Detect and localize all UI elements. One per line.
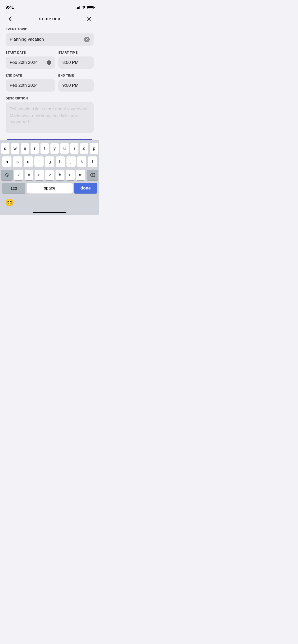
key-r[interactable]: r bbox=[31, 143, 39, 154]
keyboard-row-1: q w e r t y u i o p bbox=[1, 143, 98, 154]
key-z[interactable]: z bbox=[14, 170, 23, 180]
event-topic-input[interactable] bbox=[10, 37, 84, 42]
back-button[interactable] bbox=[6, 14, 15, 23]
start-time-input[interactable]: 8:00 PM bbox=[58, 56, 94, 69]
key-e[interactable]: e bbox=[21, 143, 29, 154]
key-a[interactable]: a bbox=[2, 156, 11, 167]
key-v[interactable]: v bbox=[45, 170, 54, 180]
key-q[interactable]: q bbox=[1, 143, 9, 154]
close-button[interactable] bbox=[85, 14, 94, 23]
step-indicator: STEP 2 OF 3 bbox=[39, 17, 60, 21]
start-time-field: START TIME 8:00 PM bbox=[58, 51, 94, 69]
keyboard: q w e r t y u i o p a s d f g h j k l z … bbox=[0, 140, 99, 215]
key-h[interactable]: h bbox=[56, 156, 65, 167]
end-time-value: 9:00 PM bbox=[62, 83, 78, 88]
end-time-input[interactable]: 9:00 PM bbox=[58, 79, 94, 92]
number-key[interactable]: 123 bbox=[2, 183, 25, 194]
key-d[interactable]: d bbox=[24, 156, 33, 167]
key-s[interactable]: s bbox=[13, 156, 22, 167]
key-j[interactable]: j bbox=[66, 156, 76, 167]
calendar-dot bbox=[47, 60, 51, 65]
start-time-value: 8:00 PM bbox=[62, 60, 78, 65]
start-date-label: START DATE bbox=[6, 51, 55, 54]
home-indicator bbox=[33, 212, 66, 213]
end-time-label: END TIME bbox=[58, 74, 94, 77]
key-x[interactable]: x bbox=[25, 170, 34, 180]
signal-icon bbox=[76, 6, 80, 9]
key-p[interactable]: p bbox=[90, 143, 98, 154]
keyboard-row-3: z x c v b n m bbox=[1, 170, 98, 180]
key-f[interactable]: f bbox=[34, 156, 44, 167]
key-l[interactable]: l bbox=[88, 156, 97, 167]
delete-key[interactable] bbox=[87, 170, 98, 180]
description-label: DESCRIPTION bbox=[6, 97, 94, 100]
emoji-bar: 😊 bbox=[1, 196, 98, 214]
battery-icon bbox=[87, 6, 94, 9]
key-g[interactable]: g bbox=[45, 156, 54, 167]
description-input[interactable]: Tell people a little more about your eve… bbox=[6, 102, 94, 133]
shift-key[interactable] bbox=[1, 170, 13, 180]
start-date-value: Feb 20th 2024 bbox=[10, 60, 38, 65]
end-date-label: END DATE bbox=[6, 74, 55, 77]
start-date-input[interactable]: Feb 20th 2024 bbox=[6, 56, 55, 69]
form: EVENT TOPIC START DATE Feb 20th 2024 STA… bbox=[0, 27, 99, 133]
end-date-value: Feb 20th 2024 bbox=[10, 83, 38, 88]
emoji-button[interactable]: 😊 bbox=[5, 198, 14, 207]
status-bar: 9:41 bbox=[0, 0, 99, 11]
key-n[interactable]: n bbox=[66, 170, 75, 180]
start-time-label: START TIME bbox=[58, 51, 94, 54]
space-key[interactable]: space bbox=[27, 183, 73, 194]
keyboard-row-2: a s d f g h j k l bbox=[1, 156, 98, 167]
clear-button[interactable] bbox=[84, 37, 90, 42]
description-placeholder: Tell people a little more about your eve… bbox=[10, 107, 89, 124]
wifi-icon bbox=[82, 6, 86, 9]
event-topic-field[interactable] bbox=[6, 33, 94, 46]
key-y[interactable]: y bbox=[50, 143, 59, 154]
key-u[interactable]: u bbox=[60, 143, 69, 154]
end-time-field: END TIME 9:00 PM bbox=[58, 74, 94, 92]
nav-header: STEP 2 OF 3 bbox=[0, 11, 99, 27]
key-w[interactable]: w bbox=[11, 143, 19, 154]
key-c[interactable]: c bbox=[35, 170, 44, 180]
key-b[interactable]: b bbox=[56, 170, 64, 180]
key-i[interactable]: i bbox=[70, 143, 79, 154]
status-time: 9:41 bbox=[6, 5, 14, 10]
keyboard-bottom-row: 123 space done bbox=[1, 183, 98, 194]
done-key[interactable]: done bbox=[74, 183, 97, 194]
key-m[interactable]: m bbox=[76, 170, 85, 180]
key-t[interactable]: t bbox=[40, 143, 49, 154]
status-icons bbox=[76, 6, 94, 9]
start-row: START DATE Feb 20th 2024 START TIME 8:00… bbox=[6, 51, 94, 69]
end-row: END DATE Feb 20th 2024 END TIME 9:00 PM bbox=[6, 74, 94, 92]
end-date-input[interactable]: Feb 20th 2024 bbox=[6, 79, 55, 92]
event-topic-label: EVENT TOPIC bbox=[6, 27, 94, 31]
start-date-field: START DATE Feb 20th 2024 bbox=[6, 51, 55, 69]
key-o[interactable]: o bbox=[80, 143, 88, 154]
key-k[interactable]: k bbox=[77, 156, 86, 167]
end-date-field: END DATE Feb 20th 2024 bbox=[6, 74, 55, 92]
